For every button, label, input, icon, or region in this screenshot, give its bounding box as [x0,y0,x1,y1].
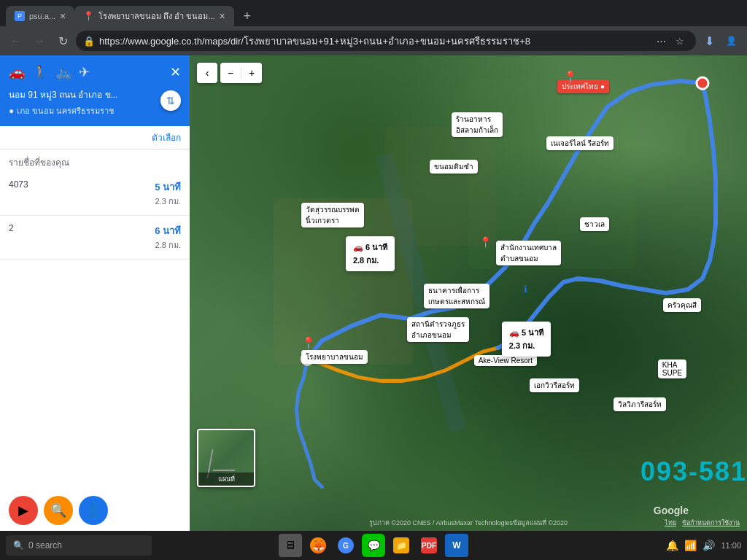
swap-route-button[interactable]: ⇅ [160,90,181,111]
address-text: https://www.google.co.th/maps/dir/โรงพยา… [99,34,648,49]
map-attribution: รูปภาค ©2020 CNES / AirbusMaxar Technolo… [190,518,747,528]
tab-close-2[interactable]: × [220,10,225,22]
refresh-button[interactable]: ↻ [53,31,73,51]
label-nature-resort: เนเจอร์ไลน์ รีสอร์ท [546,136,614,150]
tab-inactive[interactable]: P psu.a... × [6,6,74,26]
back-button[interactable]: ← [6,31,26,51]
nav-right: ⬇ 👤 [699,31,741,51]
bike-mode-icon[interactable]: 🚲 [55,64,71,80]
zoom-minus-button[interactable]: − [220,63,241,83]
close-directions-icon[interactable]: ✕ [170,64,181,80]
zoom-plus-button[interactable]: + [241,63,262,83]
sidebar-header: 🚗 🚶 🚲 ✈ ✕ นอม 91 หมู่3 ถนน อำเภอ ข... ● … [0,55,190,126]
map-controls: ‹ − + [197,63,262,83]
walk-mode-icon[interactable]: 🚶 [32,64,48,80]
label-temple: วัดสุวรรณบรรพตนิ้วเกวตรา [301,203,364,228]
tab-active[interactable]: 📍 โรงพยาบาลขนอม ถึง อำ ขนอม... × [74,6,234,26]
map-pin-info-1[interactable]: 📍 [479,236,492,248]
show-desktop-button[interactable]: 🖥 [279,534,302,557]
files-icon[interactable]: 📁 [390,534,413,557]
taskbar-right: 🔔 📶 🔊 11:00 [666,540,741,551]
tab-bar: P psu.a... × 📍 โรงพยาบาลขนอม ถึง อำ ขนอม… [0,0,747,26]
label-police: สถานีตำรวจภูธรอำเภอขนอม [407,317,469,342]
route-info-box-2[interactable]: 🚗 5 นาที2.3 กม. [502,322,551,357]
route-info-box-1[interactable]: 🚗 6 นาที2.8 กม. [346,236,395,271]
route-dist-2: 2.8 กม. [155,238,181,252]
mini-map[interactable]: แผนที่ [197,429,255,487]
flight-mode-icon[interactable]: ✈ [79,64,90,80]
map-footer-links: ไทย ข้อกำหนดการใช้งาน [665,518,740,528]
route-road-1: 4073 [9,179,28,190]
notification-icon[interactable]: 🔔 [666,540,678,551]
route-time-1: 5 นาที [155,179,181,195]
label-wilwipa: วิลวิภารีสอร์ท [614,397,666,411]
more-options-icon[interactable]: ⋯ [652,32,670,50]
search-icon: 🔍 [13,540,24,551]
route-card-2[interactable]: 2 6 นาที 2.8 กม. [0,216,190,260]
taskbar-time: 11:00 [721,541,741,550]
map-pin-start[interactable]: 📍 [301,336,316,350]
address-bar[interactable]: 🔒 https://www.google.co.th/maps/dir/โรงพ… [76,31,696,51]
tab-favicon-2: 📍 [83,11,94,21]
firefox-icon[interactable]: 🦊 [306,534,330,557]
taskbar: 🔍 0 search 🖥 🦊 G 💬 📁 PDF W 🔔 📶 🔊 11:00 [0,531,747,560]
line-icon[interactable]: 💬 [362,534,385,557]
pdf-icon[interactable]: PDF [417,534,441,557]
map-pin-info-2[interactable]: ℹ [524,284,527,295]
route-time-2: 6 นาที [155,223,181,238]
label-ekview-resort: เอกวิวรีสอร์ท [530,378,579,392]
browser-chrome: P psu.a... × 📍 โรงพยาบาลขนอม ถึง อำ ขนอม… [0,0,747,55]
route-road-label-1: 4073 [9,179,28,190]
route-road-label-2: 2 [9,223,14,233]
bookmark-icon[interactable]: ☆ [671,32,689,50]
options-row: ตัวเลือก [0,126,190,149]
security-icon: 🔒 [83,36,95,47]
new-tab-button[interactable]: + [237,6,258,26]
thai-link[interactable]: ไทย [665,518,676,528]
tab-label-1: psu.a... [29,12,55,20]
my-places-title: รายชื่อที่ของคุณ [0,149,190,172]
route-dist-1: 2.3 กม. [155,195,181,208]
route-time-block-2: 6 นาที 2.8 กม. [155,223,181,252]
start-navigation-button[interactable]: ▶ [9,496,38,525]
terms-link[interactable]: ข้อกำหนดการใช้งาน [682,518,740,528]
route-card-1[interactable]: 4073 5 นาที 2.3 กม. [0,172,190,216]
profile-button[interactable]: 👤 [79,496,108,525]
label-khasupe: KHASUPE [658,359,686,378]
taskbar-left: 🔍 0 search [6,535,152,556]
volume-icon[interactable]: 🔊 [703,540,715,551]
download-icon[interactable]: ⬇ [699,31,719,51]
label-hospital: โรงพยาบาลขนอม [301,350,368,364]
taskbar-search-box[interactable]: 🔍 0 search [6,535,152,556]
google-logo: Google [654,505,689,516]
route-from: นอม 91 หมู่3 ถนน อำเภอ ข... [9,83,181,103]
phone-number-overlay: 093-581 [640,456,747,487]
action-buttons: ▶ 🔍 👤 [0,487,190,531]
taskbar-center: 🖥 🦊 G 💬 📁 PDF W [279,534,468,557]
map-pin-end[interactable]: 📍 [563,70,578,84]
route-to: ● เภอ ขนอม นครศรีธรรมราช [9,103,181,120]
label-krawykunsi: ครัวคุณสี [663,298,701,312]
car-mode-icon[interactable]: 🚗 [9,64,25,80]
search-button[interactable]: 🔍 [44,496,73,525]
profile-icon[interactable]: 👤 [721,31,741,51]
transport-modes: 🚗 🚶 🚲 ✈ ✕ [9,61,181,83]
mini-map-label: แผนที่ [198,472,254,486]
tab-close-1[interactable]: × [60,10,66,22]
route-road-2: 2 [9,223,14,233]
tab-favicon-1: P [15,11,25,21]
zoom-controls: − + [220,63,262,83]
swap-icon: ⇅ [166,95,175,106]
map-back-button[interactable]: ‹ [197,63,217,83]
route-time-block-1: 5 นาที 2.3 กม. [155,179,181,208]
label-bank: ธนาคารเพื่อการเกษตรและสหกรณ์ [424,284,489,308]
options-button[interactable]: ตัวเลือก [152,131,181,144]
label-municipality: สำนักงานเทศบาลตำบลขนอม [496,241,561,265]
chrome-icon[interactable]: G [334,534,357,557]
wifi-icon[interactable]: 📶 [684,540,697,551]
word-icon[interactable]: W [445,534,468,557]
map-area[interactable]: ‹ − + ร้านอาหารอิสลามก้าเล็ก เนเจอร์ไลน์… [190,55,747,531]
forward-button[interactable]: → [29,31,50,51]
taskbar-search-text: 0 search [28,540,62,551]
label-khanom-dimsum: ขนอมดิมซำ [430,160,478,174]
